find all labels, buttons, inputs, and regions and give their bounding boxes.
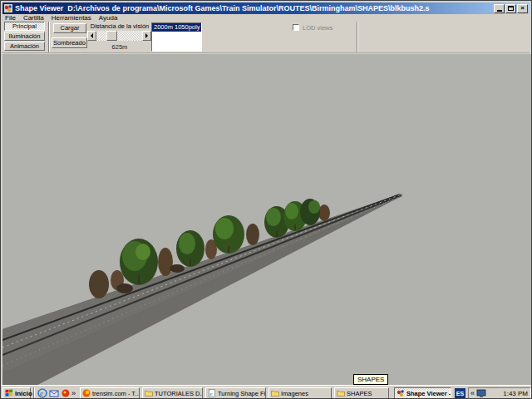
taskbar-tooltip: SHAPES [353,374,388,385]
task-label: Shape Viewer -... [406,390,451,397]
arrow-right-icon [145,33,150,38]
task-label: Imagenes [281,390,308,397]
lod-listbox[interactable]: 2000m 1050poly [151,22,202,52]
arrow-left-icon [88,33,93,38]
lod-views-checkbox[interactable] [293,24,299,31]
firefox-icon [82,389,91,397]
alert-icon[interactable] [61,388,71,398]
folder-icon [337,389,345,397]
view-distance-scrollbar[interactable] [87,31,151,41]
folder-icon [271,389,279,397]
maximize-button[interactable] [505,4,516,13]
title-bar[interactable]: Shape Viewer D:\Archivos de programa\Mic… [2,2,530,14]
task-label: Turning Shape Fil... [218,390,266,397]
menu-ayuda[interactable]: Ayuda [99,14,118,22]
lod-views-label: LOD views [303,24,332,32]
taskbar-separator-1 [33,387,35,399]
start-button[interactable]: Inicio [2,387,31,399]
panel-button-principal[interactable]: Principal [4,22,45,31]
task-label: SHAPES [347,390,372,397]
toolbar-separator-2 [357,22,358,52]
task-button-trensim[interactable]: trensim.com - T... [80,387,140,399]
menu-bar: File Cartilla Herramientas Ayuda [2,14,530,22]
close-icon: × [520,5,525,12]
taskbar: Inicio e » trensim.com - T... T [1,385,532,399]
ie-document-icon: e [208,389,216,397]
minimize-button[interactable] [494,4,505,13]
view-distance-value: 625m [86,43,153,51]
task-label: trensim.com - T... [92,390,140,397]
panel-button-animacion[interactable]: Animación [4,42,45,51]
windows-flag-icon [5,389,13,397]
panel-button-iluminacion[interactable]: Iluminación [4,32,45,41]
display-tray-icon[interactable] [476,388,486,398]
taskbar-clock[interactable]: 1:43 PM [503,390,529,397]
outlook-express-icon[interactable] [49,388,59,398]
task-label: TUTORIALES D... [155,390,203,397]
3d-scene [2,54,531,385]
svg-text:e: e [210,391,213,397]
app-icon [4,4,12,12]
toolbar-separator-1 [48,22,50,52]
3d-viewport[interactable] [2,54,531,385]
close-button[interactable]: × [517,4,528,13]
folder-icon [145,389,153,397]
view-distance-label: Distancia de la visión [86,22,153,30]
scroll-right-button[interactable] [142,31,151,41]
quick-launch-overflow-chevron[interactable]: » [71,388,76,398]
shape-viewer-icon [397,389,405,397]
toolbar: Principal Iluminación Animación Cargar S… [2,22,530,53]
scrollbar-thumb[interactable] [106,31,117,41]
lod-list-item-selected[interactable]: 2000m 1050poly [152,23,201,32]
task-button-turning-shape[interactable]: e Turning Shape Fil... [205,387,266,399]
shaded-button[interactable]: Sombreado [52,37,87,48]
shape-viewer-window: Shape Viewer D:\Archivos de programa\Mic… [0,0,532,399]
maximize-icon [508,6,514,11]
tray-collapse-chevron[interactable]: « [470,389,475,397]
start-button-label: Inicio [15,390,32,397]
scrollbar-track[interactable] [96,31,142,41]
menu-herramientas[interactable]: Herramientas [52,14,91,22]
task-button-imagenes[interactable]: Imagenes [268,387,332,399]
svg-text:e: e [40,389,43,397]
internet-explorer-icon[interactable]: e [37,388,47,398]
task-button-shapes[interactable]: SHAPES [334,387,389,399]
system-tray: « 1:43 PM [468,387,531,399]
minimize-icon [497,10,502,12]
menu-file[interactable]: File [5,14,16,22]
task-button-tutoriales[interactable]: TUTORIALES D... [142,387,203,399]
window-title: Shape Viewer D:\Archivos de programa\Mic… [15,4,493,12]
load-button[interactable]: Cargar [53,23,86,33]
language-indicator[interactable]: ES [455,388,466,398]
task-button-shape-viewer[interactable]: Shape Viewer -... [394,387,451,399]
menu-cartilla[interactable]: Cartilla [23,14,44,22]
scroll-left-button[interactable] [87,31,96,41]
